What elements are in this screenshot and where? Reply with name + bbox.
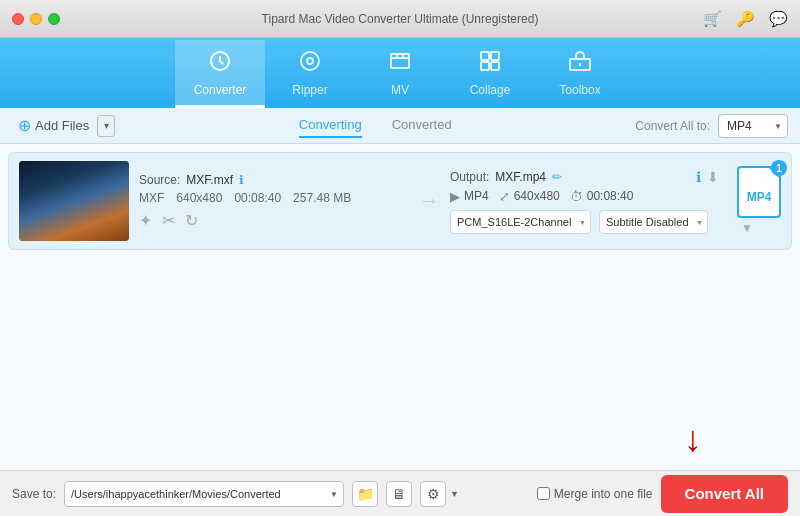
output-duration-spec: ⏱ 00:08:40 <box>570 189 634 204</box>
toolbar-right: Convert All to: MP4 MOV MKV AVI <box>635 114 788 138</box>
save-to-device-button[interactable]: 🖥 <box>386 481 412 507</box>
file-duration: 00:08:40 <box>234 191 281 205</box>
title-bar-icons: 🛒 🔑 💬 <box>703 10 788 28</box>
minimize-button[interactable] <box>30 13 42 25</box>
nav-tab-converter-label: Converter <box>194 83 247 97</box>
file-resolution: 640x480 <box>176 191 222 205</box>
output-selects: PCM_S16LE-2Channel AAC-2Channel Subtitle… <box>450 210 719 234</box>
chat-icon[interactable]: 💬 <box>769 10 788 28</box>
output-resolution-value: 640x480 <box>514 189 560 203</box>
enhance-icon[interactable]: ✦ <box>139 211 152 230</box>
nav-tab-collage[interactable]: Collage <box>445 40 535 108</box>
settings-dropdown-arrow[interactable]: ▼ <box>450 489 459 499</box>
edit-output-icon[interactable]: ✏ <box>552 170 562 184</box>
svg-point-1 <box>301 52 319 70</box>
file-source-info: Source: MXF.mxf ℹ MXF 640x480 00:08:40 2… <box>139 173 408 230</box>
close-button[interactable] <box>12 13 24 25</box>
audio-channel-select[interactable]: PCM_S16LE-2Channel AAC-2Channel <box>450 210 591 234</box>
key-icon[interactable]: 🔑 <box>736 10 755 28</box>
resize-icon: ⤢ <box>499 189 510 204</box>
convert-all-button[interactable]: Convert All <box>661 475 788 513</box>
settings-button[interactable]: ⚙ <box>420 481 446 507</box>
open-folder-button[interactable]: 📁 <box>352 481 378 507</box>
output-resolution-spec: ⤢ 640x480 <box>499 189 560 204</box>
bottom-bar: Save to: /Users/ihappyacethinker/Movies/… <box>0 470 800 516</box>
file-icon-badge: 1 <box>771 160 787 176</box>
audio-channel-wrapper: PCM_S16LE-2Channel AAC-2Channel <box>450 210 591 234</box>
output-specs: ▶ MP4 ⤢ 640x480 ⏱ 00:08:40 <box>450 189 719 204</box>
plus-icon: ⊕ <box>18 116 31 135</box>
file-meta: MXF 640x480 00:08:40 257.48 MB <box>139 191 408 205</box>
file-thumbnail[interactable] <box>19 161 129 241</box>
svg-point-2 <box>307 58 313 64</box>
file-item: Source: MXF.mxf ℹ MXF 640x480 00:08:40 2… <box>8 152 792 250</box>
ripper-icon <box>298 49 322 79</box>
mv-icon <box>388 49 412 79</box>
svg-rect-7 <box>481 52 489 60</box>
film-icon: ▶ <box>450 189 460 204</box>
merge-checkbox[interactable] <box>537 487 550 500</box>
traffic-lights <box>12 13 60 25</box>
add-files-button[interactable]: ⊕ Add Files <box>12 112 95 139</box>
nav-tab-toolbox[interactable]: Toolbox <box>535 40 625 108</box>
add-files-label: Add Files <box>35 118 89 133</box>
file-output-info: Output: MXF.mp4 ✏ ℹ ⬇ ▶ MP4 ⤢ 640x480 ⏱ <box>450 169 719 234</box>
format-select-wrapper: MP4 MOV MKV AVI <box>718 114 788 138</box>
content-area: Source: MXF.mxf ℹ MXF 640x480 00:08:40 2… <box>0 144 800 470</box>
output-down-icon[interactable]: ⬇ <box>707 169 719 185</box>
source-info-icon[interactable]: ℹ <box>239 173 244 187</box>
tab-converted[interactable]: Converted <box>392 113 452 138</box>
convert-all-to-label: Convert All to: <box>635 119 710 133</box>
computer-icon: 🖥 <box>392 486 406 502</box>
nav-tab-mv-label: MV <box>391 83 409 97</box>
nav-tab-collage-label: Collage <box>470 83 511 97</box>
folder-icon: 📁 <box>357 486 374 502</box>
toolbar: ⊕ Add Files ▾ Converting Converted Conve… <box>0 108 800 144</box>
file-actions: ✦ ✂ ↻ <box>139 211 408 230</box>
source-value: MXF.mxf <box>186 173 233 187</box>
clock-icon: ⏱ <box>570 189 583 204</box>
output-info-icon[interactable]: ℹ <box>696 169 701 185</box>
nav-tab-ripper-label: Ripper <box>292 83 327 97</box>
output-format-value: MP4 <box>464 189 489 203</box>
save-path-wrapper: /Users/ihappyacethinker/Movies/Converted <box>64 481 344 507</box>
nav-tab-converter[interactable]: Converter <box>175 40 265 108</box>
merge-label: Merge into one file <box>537 487 653 501</box>
cut-icon[interactable]: ✂ <box>162 211 175 230</box>
format-select[interactable]: MP4 MOV MKV AVI <box>718 114 788 138</box>
toolbox-icon <box>568 49 592 79</box>
file-icon-label: MP4 <box>747 190 772 204</box>
nav-tab-ripper[interactable]: Ripper <box>265 40 355 108</box>
subtitle-wrapper: Subtitle Disabled Subtitle Enabled <box>599 210 708 234</box>
expand-chevron-icon[interactable]: ▼ <box>741 221 753 235</box>
collage-icon <box>478 49 502 79</box>
settings-wrapper: ⚙ ▼ <box>420 481 459 507</box>
source-label: Source: <box>139 173 180 187</box>
maximize-button[interactable] <box>48 13 60 25</box>
merge-label-text: Merge into one file <box>554 487 653 501</box>
svg-rect-9 <box>481 62 489 70</box>
cart-icon[interactable]: 🛒 <box>703 10 722 28</box>
arrow-right-icon: → <box>418 188 440 214</box>
svg-rect-3 <box>391 54 409 68</box>
save-to-label: Save to: <box>12 487 56 501</box>
source-row: Source: MXF.mxf ℹ <box>139 173 408 187</box>
toolbar-tabs: Converting Converted <box>115 113 635 138</box>
subtitle-select[interactable]: Subtitle Disabled Subtitle Enabled <box>599 210 708 234</box>
effect-icon[interactable]: ↻ <box>185 211 198 230</box>
tab-converting[interactable]: Converting <box>299 113 362 138</box>
save-path-select[interactable]: /Users/ihappyacethinker/Movies/Converted <box>64 481 344 507</box>
converter-icon <box>208 49 232 79</box>
svg-rect-10 <box>491 62 499 70</box>
output-row: Output: MXF.mp4 ✏ ℹ ⬇ <box>450 169 719 185</box>
output-value: MXF.mp4 <box>495 170 546 184</box>
nav-tab-toolbox-label: Toolbox <box>559 83 600 97</box>
add-files-dropdown[interactable]: ▾ <box>97 115 115 137</box>
output-duration-value: 00:08:40 <box>587 189 634 203</box>
title-bar: Tipard Mac Video Converter Ultimate (Unr… <box>0 0 800 38</box>
output-format-spec: ▶ MP4 <box>450 189 489 204</box>
output-label: Output: <box>450 170 489 184</box>
nav-bar: Converter Ripper MV <box>0 38 800 108</box>
window-title: Tipard Mac Video Converter Ultimate (Unr… <box>262 12 539 26</box>
nav-tab-mv[interactable]: MV <box>355 40 445 108</box>
